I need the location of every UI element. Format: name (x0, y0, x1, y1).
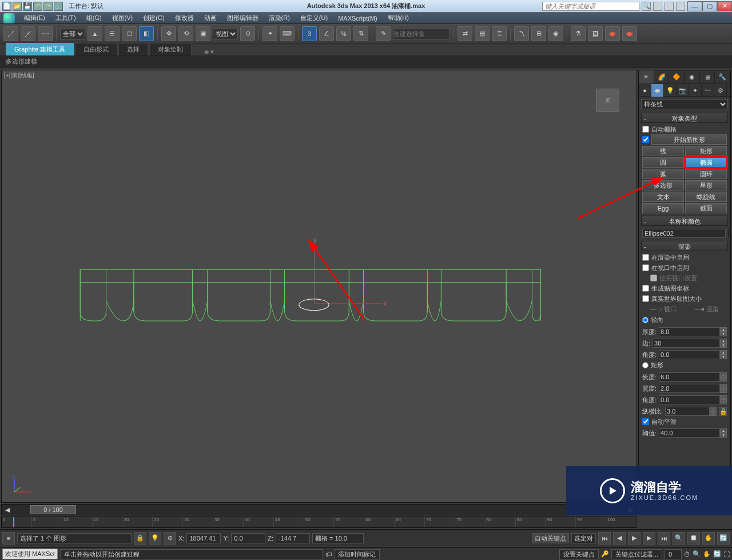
viewcube[interactable]: 前 (596, 89, 619, 112)
shape-arc-button[interactable]: 弧 (642, 169, 684, 179)
rectangular-radio[interactable] (642, 362, 649, 368)
menu-create[interactable]: 创建(C) (138, 13, 169, 23)
render-prod-icon[interactable]: 🫖 (622, 26, 637, 41)
shape-ellipse-button[interactable]: 椭圆 (685, 157, 727, 168)
scale-icon[interactable]: ▣ (196, 26, 210, 41)
align-icon[interactable]: ▤ (475, 26, 490, 41)
keyboard-shortcut-icon[interactable]: ⌨ (280, 26, 295, 41)
start-new-shape-checkbox[interactable] (642, 136, 649, 143)
frame-input[interactable]: 0 (665, 549, 682, 559)
named-selection-input[interactable] (393, 28, 450, 39)
create-helpers-icon[interactable]: ✦ (689, 84, 702, 97)
help-icon[interactable]: ? (676, 2, 685, 11)
shape-section-button[interactable]: 截面 (685, 203, 727, 213)
schematic-view-icon[interactable]: ⊞ (531, 26, 546, 41)
z-coord[interactable]: -144.7 (276, 533, 310, 543)
menu-tools[interactable]: 工具(T) (51, 13, 81, 23)
enable-render-checkbox[interactable] (642, 254, 649, 261)
shape-egg-button[interactable]: Egg (642, 203, 684, 213)
next-frame-icon[interactable]: ▶ (643, 532, 655, 545)
menu-rendering[interactable]: 渲染(R) (264, 13, 295, 23)
timeline-prev-icon[interactable]: ◀ (2, 506, 13, 514)
close-button[interactable]: ✕ (717, 1, 732, 11)
menu-animation[interactable]: 动画 (200, 13, 221, 23)
rollout-name-color[interactable]: 名称和颜色 (641, 216, 728, 226)
shape-category-select[interactable]: 样条线 (641, 99, 728, 109)
menu-modifiers[interactable]: 修改器 (170, 13, 198, 23)
use-center-icon[interactable]: ⊙ (240, 26, 255, 41)
auto-grid-checkbox[interactable] (642, 126, 649, 133)
layer-manager-icon[interactable]: ≣ (492, 26, 507, 41)
add-time-tag[interactable]: 添加时间标记 (334, 549, 380, 559)
viewport-nav-7-icon[interactable]: 🔄 (713, 550, 721, 558)
undo-icon[interactable]: ↶ (33, 2, 42, 11)
create-cameras-icon[interactable]: 📷 (677, 84, 689, 97)
viewport-nav-8-icon[interactable]: ⛶ (723, 551, 730, 558)
tab-graphite[interactable]: Graphite 建模工具 (6, 43, 74, 55)
curve-editor-icon[interactable]: 〽 (514, 26, 529, 41)
threshold-input[interactable] (659, 428, 720, 438)
panel-tab-modify-icon[interactable]: 🌈 (654, 70, 670, 84)
panel-tab-display-icon[interactable]: 🖥 (700, 70, 715, 84)
auto-key-button[interactable]: 自动关键点 (532, 533, 569, 543)
shape-helix-button[interactable]: 螺旋线 (685, 192, 727, 202)
track-bar[interactable]: 0510152025303540455055606570758085909510… (1, 517, 637, 528)
selected-button[interactable]: 选定对 (571, 533, 596, 543)
key-filter-button[interactable]: 关键点过滤器... (611, 549, 662, 559)
prev-frame-icon[interactable]: ◀ (613, 532, 626, 545)
shape-star-button[interactable]: 星形 (685, 180, 727, 190)
panel-tab-hierarchy-icon[interactable]: 🔶 (669, 70, 685, 84)
move-icon[interactable]: ✥ (161, 26, 176, 41)
link-icon[interactable]: 🔗 (54, 2, 63, 11)
mirror-icon[interactable]: ⇄ (458, 26, 472, 41)
menu-help[interactable]: 帮助(H) (383, 13, 413, 23)
autosmooth-checkbox[interactable] (642, 418, 649, 425)
panel-tab-create-icon[interactable]: ✳ (639, 70, 654, 84)
shape-text-button[interactable]: 文本 (642, 192, 684, 202)
render-icon[interactable]: 🫖 (605, 26, 620, 41)
new-icon[interactable]: 📄 (2, 2, 11, 11)
material-editor-icon[interactable]: ◉ (548, 26, 563, 41)
tab-selection[interactable]: 选择 (118, 43, 148, 55)
open-icon[interactable]: 📂 (13, 2, 22, 11)
ref-coord-select[interactable]: 视图 (213, 28, 238, 39)
app-logo-icon[interactable] (3, 13, 15, 23)
goto-end-icon[interactable]: ⏭ (658, 532, 670, 545)
gen-map-coords-checkbox[interactable] (642, 285, 649, 292)
select-manipulate-icon[interactable]: ✦ (262, 26, 277, 41)
time-slider[interactable]: ◀ 0 / 100 ▶ (1, 504, 637, 515)
viewport-nav-3-icon[interactable]: ✋ (702, 532, 715, 545)
viewport-nav-1-icon[interactable]: 🔍 (673, 532, 685, 545)
percent-snap-icon[interactable]: % (336, 26, 351, 41)
rotate-icon[interactable]: ⟲ (178, 26, 193, 41)
render-frame-icon[interactable]: 🖼 (588, 26, 603, 41)
tab-object-paint[interactable]: 对象绘制 (149, 43, 192, 55)
viewport-front[interactable]: [+][前][线框] (1, 70, 637, 503)
timeline-next-icon[interactable]: ▶ (625, 506, 636, 514)
select-region-icon[interactable]: ◻ (122, 26, 137, 41)
radial-radio[interactable] (642, 317, 649, 323)
shape-line-button[interactable]: 线 (642, 146, 684, 156)
menu-group[interactable]: 组(G) (82, 13, 106, 23)
comm-center-icon[interactable]: ⚙ (653, 2, 662, 11)
create-systems-icon[interactable]: ⚙ (714, 84, 727, 97)
key-mode-icon[interactable]: 🔑 (601, 550, 609, 558)
shape-circle-button[interactable]: 圆 (642, 157, 684, 168)
maxscript-mini-icon[interactable]: ≡ (2, 532, 15, 545)
panel-tab-utilities-icon[interactable]: 🔧 (715, 70, 730, 84)
create-spacewarps-icon[interactable]: 〰 (702, 84, 714, 97)
angle-input[interactable] (659, 350, 720, 359)
aspect-lock-icon[interactable]: 🔒 (719, 407, 727, 416)
spinner-down-icon[interactable]: ▼ (720, 332, 727, 336)
bind-spacewarp-icon[interactable]: 〰 (38, 26, 53, 41)
thickness-input[interactable] (659, 327, 720, 336)
search-icon[interactable]: 🔍 (642, 2, 651, 11)
rollout-object-type[interactable]: 对象类型 (641, 113, 728, 123)
help-search-input[interactable] (542, 2, 639, 11)
coord-display-icon[interactable]: ⊕ (164, 532, 176, 545)
edit-named-sel-icon[interactable]: ✎ (376, 26, 391, 41)
time-config-icon[interactable]: ⏱ (684, 551, 690, 558)
spinner-snap-icon[interactable]: ⇅ (353, 26, 368, 41)
select-object-icon[interactable]: ▲ (87, 26, 102, 41)
x-coord[interactable]: 18047.41 (186, 533, 221, 543)
